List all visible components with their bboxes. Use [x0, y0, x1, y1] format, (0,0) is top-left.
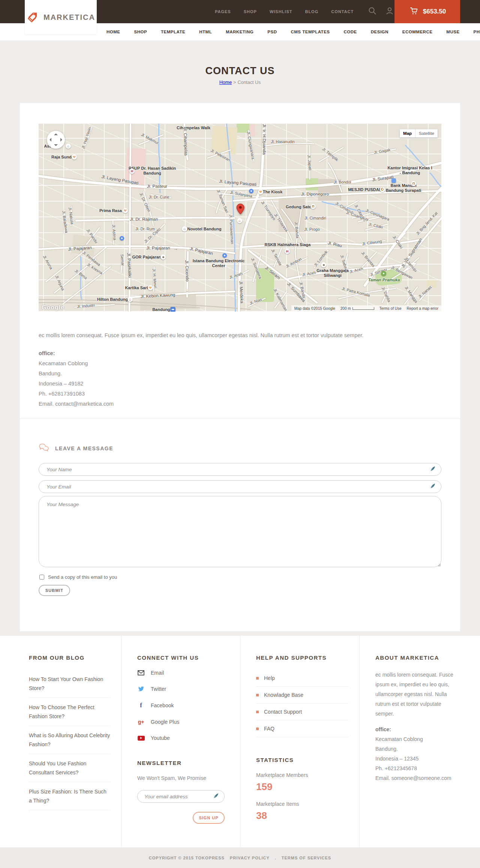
map-pan-control[interactable] [47, 131, 65, 149]
tag-icon [26, 10, 40, 25]
top-nav-link[interactable]: WISHLIST [270, 9, 292, 14]
hotel-icon: ⌂ [128, 297, 133, 302]
google-map[interactable]: Cihampelas WalkJl. Haji YasinJl. MakmurJ… [39, 124, 441, 312]
user-icon[interactable] [385, 6, 394, 17]
main-nav-link[interactable]: MUSE [446, 30, 459, 34]
main-nav-link[interactable]: PSD [267, 30, 277, 34]
office-line: Ph. +6212345678 [375, 763, 460, 773]
connect-label: Email [151, 670, 164, 676]
help-link-label: Contact Support [264, 709, 302, 715]
main-nav-link[interactable]: DESIGN [371, 30, 388, 34]
top-nav-link[interactable]: PAGES [215, 9, 231, 14]
train-station-icon [171, 307, 176, 312]
poi-dot-icon [321, 262, 326, 267]
cart-button[interactable]: $653.50 [394, 0, 460, 23]
help-link[interactable]: FAQ [256, 720, 349, 737]
send-copy-checkbox[interactable] [39, 575, 44, 580]
privacy-policy-link[interactable]: PRIVACY POLICY [230, 856, 270, 860]
page-title: CONTACT US [0, 65, 480, 77]
hospital-icon: H [285, 249, 290, 254]
connect-label: Youtube [151, 735, 170, 741]
main-nav-link[interactable]: CMS TEMPLATES [291, 30, 330, 34]
help-link[interactable]: Knowladge Base [256, 687, 349, 704]
logo[interactable]: MARKETICA [25, 0, 97, 34]
museum-icon: Π [411, 181, 416, 186]
footer-about-heading: ABOUT MARKETICA [375, 654, 460, 661]
main-nav-link[interactable]: PHOTO STOCKS [474, 30, 480, 34]
restaurant-icon: Ψ [123, 208, 128, 213]
office-lines: Kecamatan CoblongBandung.Indonesia – 491… [39, 359, 114, 409]
mosque-icon: ☪ [380, 187, 385, 192]
main-nav-link[interactable]: HTML [199, 30, 212, 34]
blog-post-link[interactable]: How To Choose The Perfect Fashion Store? [29, 698, 111, 726]
pan-left-arrow[interactable] [50, 138, 51, 142]
breadcrumb: Home>Contact Us [0, 80, 480, 85]
restaurant-icon: Ψ [148, 285, 153, 290]
footer-blog-heading: FROM OUR BLOG [29, 654, 111, 661]
top-nav-link[interactable]: SHOP [244, 9, 257, 14]
office-line: Email. someone@someone.com [375, 773, 460, 783]
bullet-square-icon [256, 694, 259, 696]
main-nav-link[interactable]: HOME [106, 30, 120, 34]
main-nav-link[interactable]: CODE [344, 30, 357, 34]
bullet-square-icon [256, 711, 259, 713]
connect-googleplus-link[interactable]: g+ Google Plus [137, 719, 230, 725]
map-type-satellite-button[interactable]: Satellite [416, 129, 438, 137]
restaurant-icon: Ψ [72, 154, 77, 160]
main-nav-links: HOMESHOPTEMPLATEHTMLMARKETINGPSDCMS TEMP… [106, 30, 480, 34]
office-line: Ph. +62817391083 [39, 389, 114, 399]
blog-post-link[interactable]: How To Start Your Own Fashion Store? [29, 670, 111, 698]
form-heading-text: LEAVE A MESSAGE [55, 445, 113, 451]
connect-label: Google Plus [151, 719, 179, 725]
help-link-label: Knowladge Base [264, 692, 303, 698]
connect-facebook-link[interactable]: f Facebook [137, 702, 230, 709]
pan-right-arrow[interactable] [60, 138, 62, 142]
map-marker-pin[interactable] [236, 203, 244, 216]
help-link[interactable]: Help [256, 670, 349, 687]
main-nav-link[interactable]: SHOP [134, 30, 147, 34]
content-card: Cihampelas WalkJl. Haji YasinJl. MakmurJ… [20, 103, 460, 631]
main-nav-link[interactable]: ECOMMERCE [402, 30, 433, 34]
connect-twitter-link[interactable]: Twitter [137, 686, 230, 692]
help-link-label: Help [264, 675, 275, 681]
main-nav-link[interactable]: MARKETING [226, 30, 254, 34]
blog-post-link[interactable]: What is So Alluring About Celebrity Fash… [29, 726, 111, 754]
connect-email-link[interactable]: Email [137, 670, 230, 676]
terms-link[interactable]: TERMS OF SERVICES [282, 856, 331, 860]
submit-button[interactable]: SUBMIT [39, 585, 70, 596]
report-map-error-link[interactable]: Report a map error [407, 306, 438, 311]
map-type-map-button[interactable]: Map [400, 129, 416, 137]
section-divider [20, 418, 460, 419]
park-icon [381, 271, 386, 276]
youtube-icon [137, 736, 145, 741]
blog-post-list: How To Start Your Own Fashion Store?How … [29, 670, 111, 810]
pan-down-arrow[interactable] [54, 144, 58, 146]
breadcrumb-home[interactable]: Home [219, 80, 232, 85]
connect-label: Twitter [151, 686, 166, 692]
blog-post-link[interactable]: Should You Use Fashion Consultant Servic… [29, 754, 111, 782]
footer: FROM OUR BLOG How To Start Your Own Fash… [0, 636, 480, 847]
blog-post-link[interactable]: Plus Size Fashion: Is There Such a Thing… [29, 782, 111, 810]
email-input[interactable] [39, 480, 441, 493]
main-nav-link[interactable]: TEMPLATE [161, 30, 185, 34]
twitter-icon [137, 686, 145, 692]
map-pois: HHΨΨΨΨ⌂⌂⌂⌂ΠΠ☪↓→ [39, 124, 441, 312]
newsletter-email-input[interactable] [137, 790, 225, 803]
google-plus-icon: g+ [137, 719, 145, 725]
office-line: Bandung. [375, 744, 460, 754]
terms-of-use-link[interactable]: Terms of Use [380, 306, 402, 311]
message-textarea[interactable] [39, 496, 441, 567]
top-nav-link[interactable]: CONTACT [331, 9, 354, 14]
brand-name: MARKETICA [44, 13, 95, 22]
signup-button[interactable]: SIGN UP [193, 812, 225, 824]
name-input[interactable] [39, 463, 441, 476]
footer-office-lines: Kecamatan CoblongBandung.Indonesia – 123… [375, 734, 460, 783]
top-nav-link[interactable]: BLOG [305, 9, 318, 14]
pan-up-arrow[interactable] [54, 133, 58, 135]
school-icon [120, 236, 124, 241]
connect-youtube-link[interactable]: Youtube [137, 735, 230, 741]
help-link[interactable]: Contact Support [256, 704, 349, 720]
page-header: CONTACT US Home>Contact Us [0, 40, 480, 103]
search-icon[interactable] [368, 6, 377, 17]
pen-icon [213, 793, 219, 800]
